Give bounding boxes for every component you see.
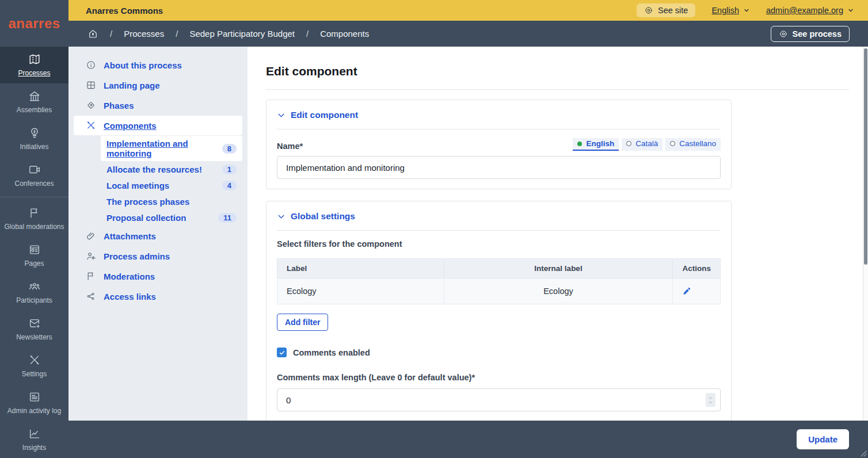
home-icon — [87, 28, 98, 39]
name-field-label: Name* — [277, 142, 303, 151]
lightbulb-icon — [28, 127, 41, 139]
see-process-button[interactable]: See process — [771, 26, 850, 42]
sidebar-item-newsletters[interactable]: Newsletters — [0, 311, 68, 348]
count-badge: 1 — [222, 165, 237, 174]
filters-table-header-row: Label Internal label Actions — [277, 259, 721, 278]
primary-sidebar: anarres Processes Assemblies Initiatives… — [0, 0, 68, 458]
org-name[interactable]: Anarres Commons — [86, 6, 163, 16]
flag-icon — [28, 207, 41, 219]
breadcrumb-components[interactable]: Components — [320, 29, 369, 39]
lang-tab-catala[interactable]: Català — [622, 138, 663, 151]
paperclip-icon — [86, 231, 96, 241]
column-header-internal-label: Internal label — [444, 259, 673, 278]
sidebar-item-processes[interactable]: Processes — [0, 47, 68, 83]
chevron-down-icon — [743, 7, 750, 14]
comments-enabled-checkbox[interactable] — [277, 348, 287, 357]
check-icon — [279, 349, 285, 356]
article-icon — [28, 391, 41, 403]
chevron-down-icon — [277, 212, 285, 221]
column-header-label: Label — [277, 259, 444, 278]
global-settings-card: Global settings Select filters for the c… — [266, 201, 732, 458]
global-settings-section-toggle[interactable]: Global settings — [277, 211, 721, 222]
component-allocate-the-resources[interactable]: Allocate the resources! 1 — [101, 162, 242, 177]
edit-pencil-icon[interactable] — [682, 287, 691, 296]
subnav-about-this-process[interactable]: About this process — [74, 55, 242, 75]
share-icon — [86, 291, 96, 301]
sidebar-item-initiatives[interactable]: Initiatives — [0, 120, 68, 157]
subnav-attachments[interactable]: Attachments — [74, 226, 242, 246]
sidebar-item-pages[interactable]: Pages — [0, 237, 68, 274]
unselected-ring-icon — [626, 141, 631, 146]
selected-dot-icon — [577, 142, 582, 146]
filters-table: Label Internal label Actions Ecology Eco… — [277, 258, 721, 304]
count-badge: 8 — [222, 144, 237, 154]
news-icon — [28, 243, 41, 256]
compass-icon — [86, 100, 96, 110]
sidebar-item-conferences[interactable]: Conferences — [0, 157, 68, 194]
section-divider — [277, 129, 721, 129]
comments-max-length-input[interactable] — [277, 388, 721, 411]
anarres-logo[interactable]: anarres — [0, 0, 68, 47]
video-icon — [28, 163, 41, 176]
map-icon — [28, 53, 41, 66]
topbar: Anarres Commons See site English admin@e… — [68, 0, 868, 21]
update-button[interactable]: Update — [797, 429, 849, 449]
add-filter-button[interactable]: Add filter — [277, 314, 328, 331]
subnav-components[interactable]: Components — [74, 116, 242, 135]
chevron-up-icon — [708, 396, 713, 400]
sidebar-item-assemblies[interactable]: Assemblies — [0, 83, 68, 120]
breadcrumb-bar: / Processes / Sedep Participatory Budget… — [68, 21, 868, 47]
see-site-button[interactable]: See site — [637, 3, 695, 17]
breadcrumb-processes[interactable]: Processes — [124, 29, 164, 39]
comments-max-length-label: Comments max length (Leave 0 for default… — [277, 373, 721, 382]
page-title: Edit component — [266, 64, 849, 79]
language-dropdown[interactable]: English — [711, 6, 750, 15]
section-divider — [277, 230, 721, 231]
count-badge: 11 — [218, 213, 237, 223]
subnav-access-links[interactable]: Access links — [74, 287, 242, 306]
unselected-ring-icon — [670, 141, 675, 146]
filter-label-cell: Ecology — [277, 278, 444, 304]
component-local-meetings[interactable]: Local meetings 4 — [101, 178, 242, 193]
component-the-process-phases[interactable]: The process phases — [101, 194, 242, 209]
team-icon — [28, 280, 41, 293]
filters-heading: Select filters for the component — [277, 239, 721, 249]
sidebar-item-global-moderations[interactable]: Global moderations — [0, 200, 68, 237]
component-implementation-and-monitoring[interactable]: Implementation and monitoring 8 — [101, 136, 242, 161]
subnav-landing-page[interactable]: Landing page — [74, 75, 242, 95]
count-badge: 4 — [222, 181, 237, 190]
lang-tab-english[interactable]: English — [573, 138, 619, 151]
sidebar-item-insights[interactable]: Insights — [0, 421, 68, 458]
sidebar-item-admin-activity-log[interactable]: Admin activity log — [0, 384, 68, 421]
layout-icon — [86, 80, 96, 90]
main-content: Edit component Edit component Name* Engl… — [248, 47, 868, 458]
form-action-bar: Update — [68, 421, 868, 458]
resize-grip[interactable] — [858, 448, 867, 457]
column-header-actions: Actions — [673, 259, 721, 278]
subnav-moderations[interactable]: Moderations — [74, 266, 242, 286]
user-menu-dropdown[interactable]: admin@example.org — [766, 6, 854, 15]
lang-tab-castellano[interactable]: Castellano — [665, 138, 721, 151]
number-stepper[interactable] — [706, 393, 715, 407]
tools-icon — [86, 120, 96, 131]
home-breadcrumb-link[interactable] — [87, 28, 98, 39]
bank-icon — [28, 90, 41, 102]
subnav-process-admins[interactable]: Process admins — [74, 246, 242, 266]
flag-icon — [86, 271, 96, 281]
breadcrumb-process-name[interactable]: Sedep Participatory Budget — [189, 29, 295, 39]
subnav-phases[interactable]: Phases — [74, 96, 242, 115]
component-name-input[interactable] — [277, 156, 721, 179]
comments-enabled-label: Comments enabled — [293, 348, 370, 357]
eye-icon — [644, 6, 653, 15]
filter-table-row: Ecology Ecology — [277, 278, 721, 304]
component-proposal-collection[interactable]: Proposal collection 11 — [101, 210, 242, 226]
edit-component-section-toggle[interactable]: Edit component — [277, 110, 721, 120]
scrollbar-thumb[interactable] — [864, 48, 867, 265]
chevron-down-icon — [708, 400, 713, 404]
page-scrollbar — [863, 47, 868, 458]
sidebar-item-participants[interactable]: Participants — [0, 274, 68, 311]
line-chart-icon — [28, 428, 41, 440]
sidebar-item-settings[interactable]: Settings — [0, 348, 68, 384]
information-icon — [86, 60, 96, 70]
mail-add-icon — [28, 317, 41, 330]
